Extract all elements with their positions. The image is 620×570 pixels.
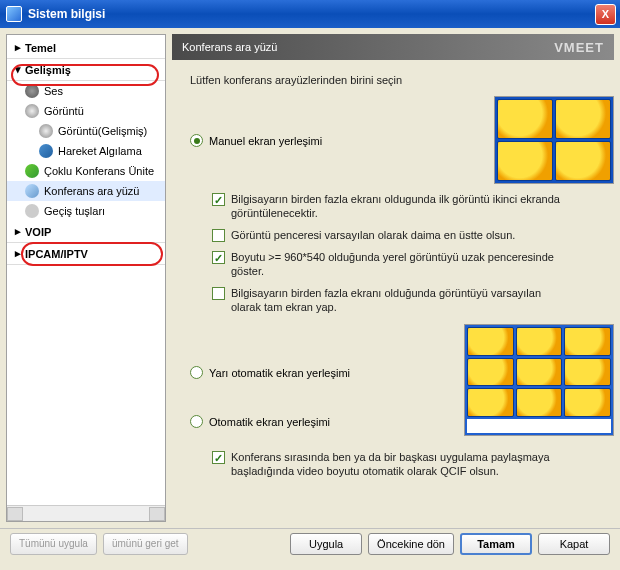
category-voip[interactable]: ▸VOIP <box>7 221 165 243</box>
checkbox-fullscreen[interactable]: Bilgisayarın birden fazla ekranı olduğun… <box>212 286 562 314</box>
sidebar-item-coklu[interactable]: Çoklu Konferans Ünite <box>7 161 165 181</box>
radio-icon <box>190 134 203 147</box>
category-ipcam[interactable]: ▸IPCAM/IPTV <box>7 243 165 265</box>
content-panel: Konferans ara yüzü VMEET Lütfen konferan… <box>172 34 614 522</box>
motion-icon <box>39 144 53 158</box>
sidebar-item-konferans[interactable]: Konferans ara yüzü <box>7 181 165 201</box>
radio-auto[interactable]: Otomatik ekran yerleşimi <box>190 415 454 428</box>
radio-icon <box>190 366 203 379</box>
sidebar-item-gecis[interactable]: Geçiş tuşları <box>7 201 165 221</box>
sound-icon <box>25 84 39 98</box>
content-header: Konferans ara yüzü VMEET <box>172 34 614 60</box>
apply-all-button[interactable]: Tümünü uygula <box>10 533 97 555</box>
checkbox-resolution[interactable]: ✓Boyutu >= 960*540 olduğunda yerel görün… <box>212 250 562 278</box>
ok-button[interactable]: Tamam <box>460 533 532 555</box>
window-title: Sistem bilgisi <box>28 7 595 21</box>
radio-semi-auto[interactable]: Yarı otomatik ekran yerleşimi <box>190 366 454 379</box>
sidebar-item-hareket[interactable]: Hareket Algılama <box>7 141 165 161</box>
radio-icon <box>190 415 203 428</box>
checkbox-qcif[interactable]: ✓Konferans sırasında ben ya da bir başka… <box>212 450 562 478</box>
title-bar: Sistem bilgisi X <box>0 0 620 28</box>
app-icon <box>6 6 22 22</box>
content-title: Konferans ara yüzü <box>182 41 277 53</box>
instruction-text: Lütfen konferans arayüzlerinden birini s… <box>190 74 614 86</box>
camera-icon <box>39 124 53 138</box>
category-basic[interactable]: ▸Temel <box>7 37 165 59</box>
checkbox-icon: ✓ <box>212 193 225 206</box>
checkbox-icon: ✓ <box>212 251 225 264</box>
checkbox-always-top[interactable]: Görüntü penceresi varsayılan olarak daim… <box>212 228 562 242</box>
close-button[interactable]: X <box>595 4 616 25</box>
category-advanced[interactable]: ▾Gelişmiş <box>7 59 165 81</box>
sidebar-item-goruntu[interactable]: Görüntü <box>7 101 165 121</box>
sidebar: ▸Temel ▾Gelişmiş Ses Görüntü Görüntü(Gel… <box>6 34 166 522</box>
revert-all-button[interactable]: ümünü geri get <box>103 533 188 555</box>
sidebar-item-ses[interactable]: Ses <box>7 81 165 101</box>
checkbox-icon: ✓ <box>212 451 225 464</box>
multi-icon <box>25 164 39 178</box>
previous-button[interactable]: Öncekine dön <box>368 533 454 555</box>
checkbox-icon <box>212 229 225 242</box>
apply-button[interactable]: Uygula <box>290 533 362 555</box>
checkbox-icon <box>212 287 225 300</box>
conference-icon <box>25 184 39 198</box>
close-footer-button[interactable]: Kapat <box>538 533 610 555</box>
preview-semi-auto <box>464 324 614 436</box>
preview-manual <box>494 96 614 184</box>
checkbox-multi-screen[interactable]: ✓Bilgisayarın birden fazla ekranı oldugu… <box>212 192 562 220</box>
brand-label: VMEET <box>554 40 604 55</box>
radio-manual[interactable]: Manuel ekran yerleşimi <box>190 134 484 147</box>
sidebar-scrollbar[interactable] <box>7 505 165 521</box>
camera-icon <box>25 104 39 118</box>
footer: Tümünü uygula ümünü geri get Uygula Önce… <box>0 528 620 558</box>
sidebar-item-goruntu-adv[interactable]: Görüntü(Gelişmiş) <box>7 121 165 141</box>
keys-icon <box>25 204 39 218</box>
